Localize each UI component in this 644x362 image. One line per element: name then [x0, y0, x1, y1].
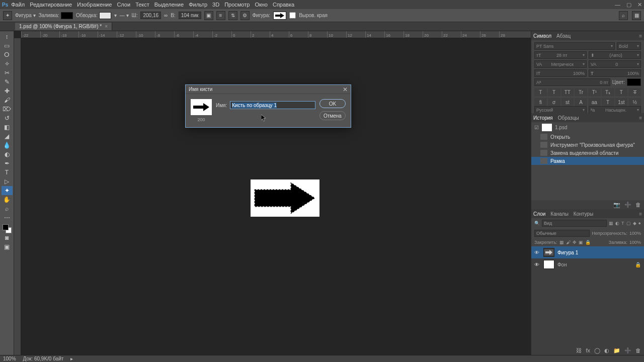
tab-history[interactable]: История	[533, 115, 553, 121]
minimize-icon[interactable]: —	[615, 2, 620, 8]
close-icon[interactable]: ✕	[637, 2, 642, 8]
tab-channels[interactable]: Каналы	[550, 211, 569, 217]
doc-info[interactable]: Док: 60,9K/0 байт	[23, 356, 64, 361]
screenmode-icon[interactable]: ▣	[2, 242, 13, 251]
delete-layer-icon[interactable]: 🗑	[635, 347, 641, 353]
menu-image[interactable]: Изображение	[77, 2, 112, 8]
panel-menu-icon[interactable]: ≡	[639, 211, 642, 217]
move-tool-icon[interactable]: ↕	[2, 32, 13, 41]
leading-field[interactable]: ⬍ (Авто)▾	[589, 51, 641, 59]
tab-layers[interactable]: Слои	[533, 211, 545, 217]
fill-swatch[interactable]	[61, 12, 73, 19]
titling-icon[interactable]: T	[602, 98, 614, 106]
zoom-tool-icon[interactable]: ⌕	[2, 204, 13, 213]
lock-trans-icon[interactable]: ▦	[559, 240, 564, 245]
custom-shape-tool-icon[interactable]: ✦	[2, 186, 13, 195]
doc-info-chevron-icon[interactable]: ▸	[70, 356, 73, 361]
swash-icon[interactable]: A	[575, 98, 587, 106]
visibility-icon[interactable]: 👁	[534, 262, 540, 267]
gear-icon[interactable]: ⚙	[240, 11, 250, 20]
group-icon[interactable]: 📁	[613, 347, 620, 354]
tracking-field[interactable]: VA Метрическ▾	[534, 60, 587, 68]
link-layers-icon[interactable]: ⛓	[576, 347, 582, 353]
visibility-icon[interactable]: 👁	[534, 250, 540, 255]
menu-view[interactable]: Просмотр	[224, 2, 250, 8]
ok-button[interactable]: OK	[319, 99, 346, 108]
stylistic-icon[interactable]: aa	[588, 98, 601, 106]
dialog-close-icon[interactable]: ✕	[343, 86, 348, 93]
color-swatches[interactable]	[3, 224, 12, 233]
tab-paragraph[interactable]: Абзац	[556, 33, 571, 39]
history-item[interactable]: Инструмент "Произвольная фигура"	[531, 141, 644, 149]
menu-text[interactable]: Текст	[135, 2, 149, 8]
ordinals-icon[interactable]: 1st	[615, 98, 628, 106]
wand-tool-icon[interactable]: ✧	[2, 59, 13, 68]
menu-select[interactable]: Выделение	[154, 2, 184, 8]
blur-tool-icon[interactable]: 💧	[2, 141, 13, 150]
dodge-tool-icon[interactable]: ◐	[2, 150, 13, 159]
height-field[interactable]: 104 пик	[179, 12, 201, 19]
panel-menu-icon[interactable]: ≡	[639, 115, 642, 121]
lasso-tool-icon[interactable]: ⵔ	[2, 50, 13, 59]
text-color-swatch[interactable]	[627, 78, 641, 86]
brush-tool-icon[interactable]: 🖌	[2, 96, 13, 105]
path-arrange-icon[interactable]: ⇅	[228, 11, 237, 20]
lock-artboard-icon[interactable]: ▣	[579, 240, 583, 245]
path-select-tool-icon[interactable]: ▷	[2, 177, 13, 186]
close-tab-icon[interactable]: ×	[105, 24, 108, 29]
hand-tool-icon[interactable]: ✋	[2, 195, 13, 204]
shape-mode-dropdown[interactable]: Фигура ▾	[15, 13, 36, 18]
new-layer-icon[interactable]: ➕	[624, 347, 631, 354]
quickmask-icon[interactable]: ◙	[2, 233, 13, 242]
history-snapshot-thumb[interactable]	[542, 124, 552, 131]
document-tab[interactable]: 1.psd @ 100% (Фигура 1, RGB/8#) * ×	[15, 23, 112, 30]
menu-help[interactable]: Справка	[273, 2, 294, 8]
type-tool-icon[interactable]: T	[2, 168, 13, 177]
contextual-icon[interactable]: σ	[548, 98, 560, 106]
eraser-tool-icon[interactable]: ◧	[2, 123, 13, 132]
stroke-style-dropdown[interactable]: — ▾	[120, 13, 129, 18]
align-edges-checkbox[interactable]	[289, 12, 296, 19]
new-snapshot-icon[interactable]: 📷	[613, 202, 620, 208]
font-style-field[interactable]: Bold▾	[617, 42, 641, 50]
path-ops-icon[interactable]: ▣	[204, 11, 213, 20]
history-item[interactable]: Открыть	[531, 133, 644, 141]
adjustment-icon[interactable]: ◐	[604, 347, 609, 354]
language-field[interactable]: Русский▾	[534, 106, 587, 114]
subscript-icon[interactable]: T₁	[602, 88, 614, 96]
heal-tool-icon[interactable]: ✚	[2, 86, 13, 96]
lock-all-icon[interactable]: 🔒	[585, 240, 591, 245]
layer-filter-icon[interactable]: 🔍	[534, 221, 540, 226]
antialias-field[interactable]: ªa Насыщен.▾	[589, 106, 641, 114]
layer-name[interactable]: Фон	[557, 262, 567, 267]
lock-pos-icon[interactable]: ✥	[573, 240, 577, 245]
new-doc-icon[interactable]: ➕	[624, 202, 631, 208]
cancel-button[interactable]: Отмена	[319, 111, 346, 120]
brush-name-input[interactable]	[230, 101, 315, 109]
strike-icon[interactable]: T̶	[628, 88, 641, 96]
tab-paths[interactable]: Контуры	[574, 211, 593, 217]
fractions-icon[interactable]: ½	[628, 98, 641, 106]
filter-shape-icon[interactable]: ▢	[626, 221, 631, 226]
filter-adjust-icon[interactable]: ◐	[615, 221, 619, 226]
link-wh-icon[interactable]: ∞	[164, 13, 168, 18]
history-source-icon[interactable]: ☑	[534, 125, 539, 130]
opacity-field[interactable]: 100%	[629, 231, 641, 236]
menu-layer[interactable]: Слои	[117, 2, 130, 8]
lock-pixel-icon[interactable]: 🖌	[566, 240, 571, 245]
smallcaps-icon[interactable]: Tr	[575, 88, 587, 96]
history-item[interactable]: Рамка	[531, 157, 644, 165]
menu-file[interactable]: Файл	[11, 2, 25, 8]
hscale-field[interactable]: T 100%	[589, 69, 641, 77]
shape-picker[interactable]	[273, 12, 286, 20]
menu-3d[interactable]: 3D	[212, 2, 219, 8]
tab-swatches[interactable]: Образцы	[558, 115, 579, 121]
allcaps-icon[interactable]: TT	[561, 88, 574, 96]
canvas[interactable]: -22-20-18-16-14-12-10-8-6-4-202468101214…	[14, 31, 531, 355]
superscript-icon[interactable]: T¹	[588, 88, 601, 96]
filter-smart-icon[interactable]: ◆	[633, 221, 636, 226]
layer-name[interactable]: Фигура 1	[557, 250, 578, 255]
history-brush-tool-icon[interactable]: ↺	[2, 114, 13, 123]
pen-tool-icon[interactable]: ✒	[2, 159, 13, 168]
crop-tool-icon[interactable]: ✂	[2, 68, 13, 77]
